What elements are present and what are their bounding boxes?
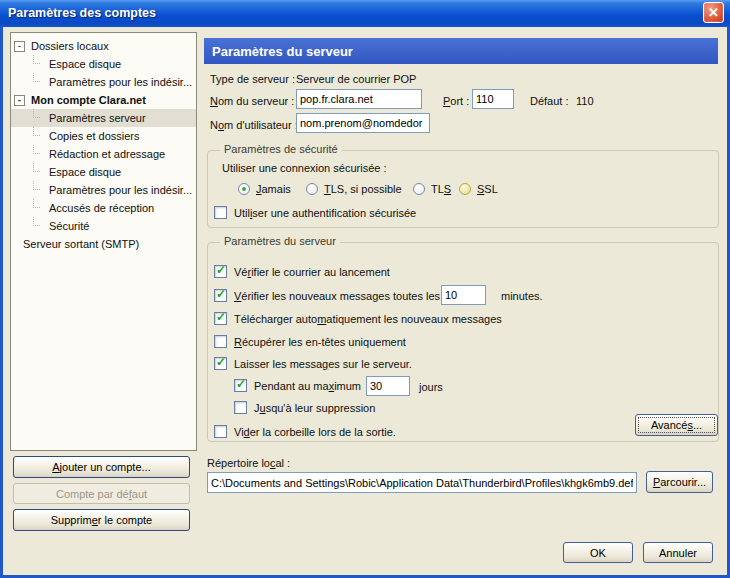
tree-item-redaction-adressage[interactable]: Rédaction et adressage — [11, 145, 196, 163]
window-border-left — [0, 24, 3, 578]
checkbox-checked-icon[interactable]: ✓ — [214, 265, 227, 278]
port-default-value: 110 — [576, 95, 594, 107]
advanced-button[interactable]: Avancés... — [635, 414, 718, 436]
port-label: Port : — [443, 95, 469, 107]
remove-account-button[interactable]: Supprimer le compte — [13, 509, 190, 531]
radio-tls[interactable]: TLS — [413, 183, 451, 195]
tree-item-accuses-reception[interactable]: Accusés de réception — [11, 199, 196, 217]
max-days-checkbox-row[interactable]: ✓ Pendant au maximum — [234, 379, 361, 392]
default-account-button: Compte par défaut — [13, 483, 190, 504]
window-title: Paramètres des comptes — [8, 6, 703, 20]
radio-icon[interactable] — [238, 183, 250, 195]
page-title: Paramètres du serveur — [204, 38, 718, 64]
server-type-value: Serveur de courrier POP — [296, 73, 416, 85]
accounts-tree: - Dossiers locaux Espace disque Paramètr… — [10, 32, 197, 451]
empty-trash-checkbox-row[interactable]: Vider la corbeille lors de la sortie. — [214, 425, 396, 438]
auto-download-checkbox-row[interactable]: ✓ Télécharger automatiquement les nouvea… — [214, 312, 502, 325]
jours-label: jours — [419, 381, 443, 393]
server-name-input[interactable] — [296, 89, 422, 109]
until-deleted-checkbox-row[interactable]: Jusqu'à leur suppression — [234, 401, 375, 414]
checkbox-icon[interactable] — [214, 335, 227, 348]
server-options-group: Paramètres du serveur ✓ Vérifier le cour… — [207, 242, 719, 442]
checkbox-checked-icon[interactable]: ✓ — [214, 357, 227, 370]
headers-only-checkbox-row[interactable]: Récupérer les en-têtes uniquement — [214, 335, 406, 348]
radio-tls-if-possible[interactable]: TLS, si possible — [306, 183, 402, 195]
add-account-button[interactable]: Ajouter un compte... — [13, 456, 190, 478]
checkbox-checked-icon[interactable]: ✓ — [214, 289, 227, 302]
tree-item-dossiers-locaux[interactable]: - Dossiers locaux — [11, 37, 196, 55]
tree-item-parametres-serveur[interactable]: Paramètres serveur — [11, 109, 196, 127]
tree-item-espace-disque[interactable]: Espace disque — [11, 55, 196, 73]
check-every-minutes-input[interactable] — [441, 285, 486, 305]
tree-item-espace-disque-2[interactable]: Espace disque — [11, 163, 196, 181]
minutes-label: minutes. — [501, 290, 543, 302]
server-type-label: Type de serveur : — [210, 73, 295, 85]
tree-item-indesirables-2[interactable]: Paramètres pour les indésir... — [11, 181, 196, 199]
security-settings-group: Paramètres de sécurité Utiliser une conn… — [207, 150, 719, 228]
radio-icon[interactable] — [306, 183, 318, 195]
collapse-icon[interactable]: - — [14, 41, 25, 52]
server-options-legend: Paramètres du serveur — [220, 235, 340, 247]
port-default-label: Défaut : — [530, 95, 569, 107]
port-input[interactable] — [472, 89, 514, 109]
security-group-legend: Paramètres de sécurité — [220, 143, 342, 155]
checkbox-icon[interactable] — [214, 206, 227, 219]
tree-item-indesirables[interactable]: Paramètres pour les indésir... — [11, 73, 196, 91]
username-input[interactable] — [296, 113, 430, 133]
account-settings-dialog: Paramètres des comptes ✕ - Dossiers loca… — [0, 0, 730, 578]
tree-item-securite[interactable]: Sécurité — [11, 217, 196, 235]
radio-icon[interactable] — [459, 183, 471, 195]
leave-on-server-checkbox-row[interactable]: ✓ Laisser les messages sur le serveur. — [214, 357, 412, 370]
secure-auth-checkbox-row[interactable]: Utiliser une authentification sécurisée — [214, 206, 416, 219]
cancel-button[interactable]: Annuler — [643, 542, 713, 563]
radio-never[interactable]: Jamais — [238, 183, 291, 195]
server-name-label: Nom du serveur : — [210, 95, 294, 107]
tree-item-copies-dossiers[interactable]: Copies et dossiers — [11, 127, 196, 145]
checkbox-checked-icon[interactable]: ✓ — [234, 379, 247, 392]
radio-ssl[interactable]: SSL — [459, 183, 498, 195]
local-directory-label: Répertoire local : — [207, 457, 290, 469]
tree-item-mon-compte[interactable]: - Mon compte Clara.net — [11, 91, 196, 109]
collapse-icon[interactable]: - — [14, 95, 25, 106]
radio-icon[interactable] — [413, 183, 425, 195]
checkbox-icon[interactable] — [234, 401, 247, 414]
ok-button[interactable]: OK — [563, 542, 633, 563]
username-label: Nom d'utilisateur : — [210, 119, 298, 131]
local-directory-input[interactable] — [207, 472, 637, 493]
max-days-input[interactable] — [366, 376, 410, 396]
title-bar[interactable]: Paramètres des comptes ✕ — [0, 0, 730, 27]
browse-button[interactable]: Parcourir... — [646, 471, 713, 493]
secure-connection-label: Utiliser une connexion sécurisée : — [222, 162, 386, 174]
close-icon[interactable]: ✕ — [703, 2, 724, 23]
check-on-start-checkbox-row[interactable]: ✓ Vérifier le courrier au lancement — [214, 265, 390, 278]
checkbox-checked-icon[interactable]: ✓ — [214, 312, 227, 325]
tree-item-serveur-sortant[interactable]: Serveur sortant (SMTP) — [11, 235, 196, 253]
check-every-checkbox-row[interactable]: ✓ Vérifier les nouveaux messages toutes … — [214, 289, 440, 302]
checkbox-icon[interactable] — [214, 425, 227, 438]
